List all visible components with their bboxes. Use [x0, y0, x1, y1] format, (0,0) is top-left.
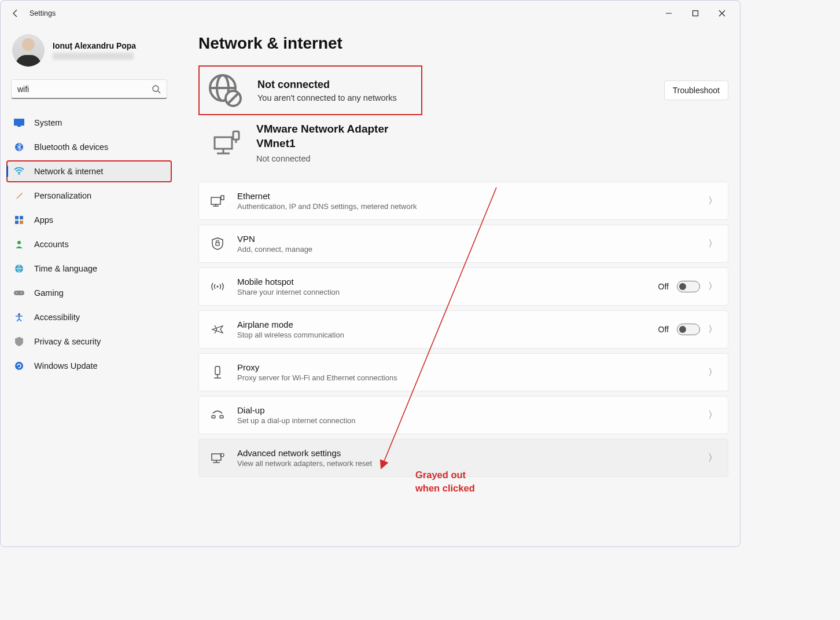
- ethernet-icon: [209, 195, 226, 207]
- svg-rect-4: [14, 119, 24, 126]
- svg-rect-11: [20, 221, 23, 224]
- sidebar-item-gaming[interactable]: Gaming: [6, 282, 172, 304]
- hotspot-toggle[interactable]: [677, 281, 700, 292]
- advanced-network-icon: [209, 452, 226, 464]
- svg-rect-36: [215, 366, 220, 375]
- card-title: Airplane mode: [237, 320, 647, 329]
- sidebar-item-apps[interactable]: Apps: [6, 209, 172, 231]
- svg-point-7: [19, 174, 20, 175]
- svg-point-35: [216, 286, 218, 288]
- accessibility-icon: [13, 311, 25, 323]
- card-subtitle: Set up a dial-up internet connection: [237, 416, 697, 425]
- chevron-right-icon: 〉: [708, 366, 717, 379]
- close-button[interactable]: [709, 4, 735, 23]
- card-airplane-mode[interactable]: Airplane mode Stop all wireless communic…: [198, 310, 728, 348]
- card-subtitle: Add, connect, manage: [237, 245, 697, 254]
- minimize-button[interactable]: [655, 4, 682, 23]
- titlebar: Settings: [1, 1, 740, 26]
- card-dialup[interactable]: Dial-up Set up a dial-up internet connec…: [198, 396, 728, 434]
- avatar: [12, 34, 45, 67]
- proxy-icon: [209, 366, 226, 379]
- svg-point-17: [18, 313, 20, 315]
- svg-rect-5: [17, 126, 21, 127]
- person-icon: [13, 239, 25, 250]
- apps-icon: [13, 214, 25, 226]
- airplane-toggle[interactable]: [677, 324, 700, 335]
- svg-rect-34: [216, 243, 219, 245]
- card-title: Mobile hotspot: [237, 277, 647, 287]
- window-controls: [655, 4, 735, 23]
- status-subtitle: You aren't connected to any networks: [257, 93, 397, 102]
- sidebar-item-label: Network & internet: [34, 167, 103, 176]
- card-subtitle: Stop all wireless communication: [237, 331, 647, 339]
- svg-rect-33: [221, 196, 224, 200]
- sidebar-item-label: Accounts: [34, 240, 69, 249]
- svg-rect-27: [233, 131, 239, 140]
- airplane-icon: [209, 323, 226, 336]
- card-mobile-hotspot[interactable]: Mobile hotspot Share your internet conne…: [198, 267, 728, 306]
- adapter-subtitle: Not connected: [256, 154, 388, 163]
- troubleshoot-button[interactable]: Troubleshoot: [664, 80, 728, 100]
- sidebar-item-label: Personalization: [34, 191, 91, 200]
- card-title: Ethernet: [237, 191, 697, 201]
- back-button[interactable]: [5, 3, 26, 24]
- card-proxy[interactable]: Proxy Proxy server for Wi-Fi and Etherne…: [198, 353, 728, 391]
- app-title: Settings: [30, 9, 56, 17]
- chevron-right-icon: 〉: [708, 195, 717, 207]
- sidebar-item-bluetooth[interactable]: Bluetooth & devices: [6, 136, 172, 158]
- maximize-button[interactable]: [682, 4, 709, 23]
- sidebar-item-network[interactable]: Network & internet: [6, 160, 172, 182]
- card-title: VPN: [237, 234, 697, 244]
- svg-rect-14: [14, 291, 24, 295]
- svg-rect-24: [215, 137, 232, 149]
- search-input[interactable]: [17, 85, 152, 94]
- profile-block[interactable]: Ionuț Alexandru Popa: [4, 30, 174, 75]
- adapter-title: VMware Network AdapterVMnet1: [256, 122, 388, 151]
- svg-line-3: [158, 91, 160, 93]
- card-subtitle: Proxy server for Wi-Fi and Ethernet conn…: [237, 373, 697, 382]
- search-icon: [152, 85, 161, 94]
- sidebar: Ionuț Alexandru Popa System: [1, 26, 178, 546]
- brush-icon: [13, 190, 25, 201]
- toggle-state-label: Off: [658, 325, 669, 334]
- svg-rect-1: [693, 11, 698, 16]
- sidebar-item-accounts[interactable]: Accounts: [6, 233, 172, 255]
- globe-icon: [13, 263, 25, 274]
- monitor-icon: [13, 117, 25, 129]
- search-box[interactable]: [11, 79, 167, 99]
- settings-card-list: Ethernet Authentication, IP and DNS sett…: [198, 182, 728, 477]
- card-ethernet[interactable]: Ethernet Authentication, IP and DNS sett…: [198, 182, 728, 220]
- connection-status-card: Not connected You aren't connected to an…: [198, 65, 422, 115]
- svg-point-12: [17, 241, 21, 244]
- card-title: Advanced network settings: [237, 448, 697, 458]
- update-icon: [13, 360, 25, 372]
- svg-rect-39: [212, 416, 215, 418]
- sidebar-item-accessibility[interactable]: Accessibility: [6, 306, 172, 328]
- svg-rect-40: [220, 416, 223, 418]
- sidebar-item-label: System: [34, 118, 62, 127]
- profile-name: Ionuț Alexandru Popa: [53, 41, 136, 50]
- svg-rect-9: [20, 216, 23, 219]
- adapter-row[interactable]: VMware Network AdapterVMnet1 Not connect…: [198, 115, 728, 169]
- sidebar-item-system[interactable]: System: [6, 112, 172, 134]
- wifi-icon: [13, 166, 25, 177]
- card-subtitle: View all network adapters, network reset: [237, 459, 697, 468]
- sidebar-item-privacy[interactable]: Privacy & security: [6, 331, 172, 353]
- svg-rect-30: [211, 197, 220, 204]
- sidebar-item-label: Bluetooth & devices: [34, 142, 108, 152]
- sidebar-item-windows-update[interactable]: Windows Update: [6, 355, 172, 377]
- bluetooth-icon: [13, 141, 25, 153]
- sidebar-item-time-language[interactable]: Time & language: [6, 258, 172, 280]
- chevron-right-icon: 〉: [708, 452, 717, 464]
- card-advanced-network[interactable]: Advanced network settings View all netwo…: [198, 439, 728, 477]
- nav-list: System Bluetooth & devices Network & int…: [4, 112, 174, 377]
- dialup-icon: [209, 410, 226, 420]
- card-vpn[interactable]: VPN Add, connect, manage 〉: [198, 225, 728, 263]
- hotspot-icon: [209, 281, 226, 292]
- chevron-right-icon: 〉: [708, 238, 717, 250]
- svg-point-2: [153, 86, 159, 91]
- sidebar-item-personalization[interactable]: Personalization: [6, 185, 172, 207]
- sidebar-item-label: Windows Update: [34, 361, 98, 370]
- card-subtitle: Authentication, IP and DNS settings, met…: [237, 202, 697, 211]
- sidebar-item-label: Time & language: [34, 264, 97, 273]
